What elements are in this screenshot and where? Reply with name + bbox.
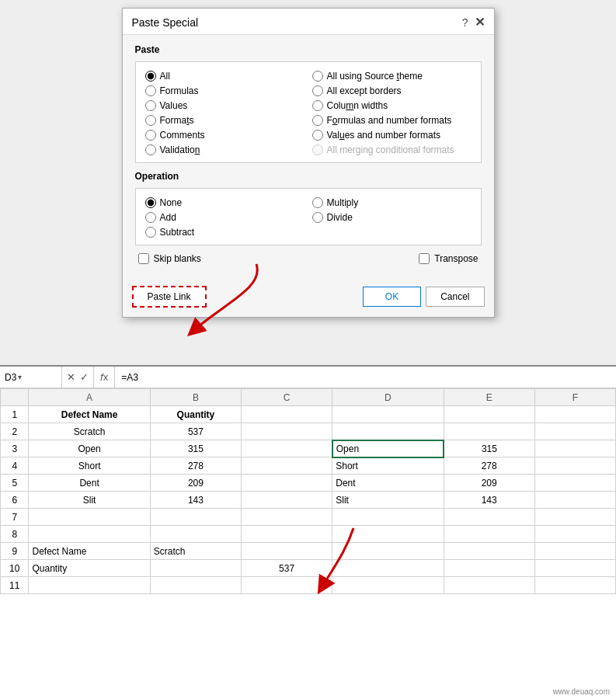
- cell-ref-dropdown-arrow[interactable]: ▾: [18, 373, 22, 381]
- cell-c3[interactable]: [242, 440, 332, 457]
- cell-d1[interactable]: [332, 406, 444, 423]
- transpose-checkbox[interactable]: [419, 253, 430, 264]
- cell-ref-box[interactable]: D3 ▾: [0, 367, 62, 388]
- cell-a9[interactable]: Defect Name: [29, 543, 150, 560]
- col-header-c[interactable]: C: [242, 389, 332, 406]
- cell-c7[interactable]: [242, 509, 332, 526]
- paste-option-all[interactable]: All: [145, 70, 305, 82]
- cell-d4[interactable]: Short: [332, 457, 444, 475]
- cell-d7[interactable]: [332, 509, 444, 526]
- cell-e1[interactable]: [444, 406, 534, 423]
- cell-f7[interactable]: [534, 509, 615, 526]
- cell-f9[interactable]: [534, 543, 615, 560]
- cell-f10[interactable]: [534, 560, 615, 577]
- cell-c8[interactable]: [242, 526, 332, 543]
- col-header-b[interactable]: B: [150, 389, 241, 406]
- paste-option-formulas-number-formats[interactable]: Formulas and number formats: [312, 114, 472, 127]
- cell-e2[interactable]: [444, 423, 534, 440]
- cell-e5[interactable]: 209: [444, 475, 534, 492]
- cell-c4[interactable]: [242, 457, 332, 475]
- col-header-d[interactable]: D: [332, 389, 444, 406]
- cell-e9[interactable]: [444, 543, 534, 560]
- cell-d3[interactable]: Open: [332, 440, 444, 457]
- paste-option-validation[interactable]: Validation: [145, 144, 305, 156]
- operation-option-multiply[interactable]: Multiply: [312, 196, 472, 209]
- cancel-formula-icon[interactable]: ✕: [67, 371, 75, 383]
- cell-a10[interactable]: Quantity: [29, 560, 150, 577]
- cell-c10[interactable]: 537: [242, 560, 332, 577]
- cancel-button[interactable]: Cancel: [426, 287, 484, 307]
- cell-c6[interactable]: [242, 492, 332, 509]
- cell-c5[interactable]: [242, 475, 332, 492]
- ok-button[interactable]: OK: [363, 287, 421, 307]
- cell-f2[interactable]: [534, 423, 615, 440]
- cell-d6[interactable]: Slit: [332, 492, 444, 509]
- cell-f11[interactable]: [534, 577, 615, 594]
- confirm-formula-icon[interactable]: ✓: [80, 371, 89, 383]
- cell-e4[interactable]: 278: [444, 457, 534, 475]
- cell-f4[interactable]: [534, 457, 615, 475]
- cell-b11[interactable]: [150, 577, 241, 594]
- cell-c1[interactable]: [242, 406, 332, 423]
- cell-c11[interactable]: [242, 577, 332, 594]
- paste-option-formulas[interactable]: Formulas: [145, 85, 305, 97]
- skip-blanks-checkbox[interactable]: [138, 253, 149, 264]
- cell-e6[interactable]: 143: [444, 492, 534, 509]
- col-header-f[interactable]: F: [534, 389, 615, 406]
- paste-option-formats[interactable]: Formats: [145, 114, 305, 127]
- cell-f5[interactable]: [534, 475, 615, 492]
- cell-d2[interactable]: [332, 423, 444, 440]
- cell-b2[interactable]: 537: [150, 423, 241, 440]
- col-header-a[interactable]: A: [29, 389, 150, 406]
- cell-b4[interactable]: 278: [150, 457, 241, 475]
- cell-f1[interactable]: [534, 406, 615, 423]
- cell-a8[interactable]: [29, 526, 150, 543]
- cell-e8[interactable]: [444, 526, 534, 543]
- cell-a1[interactable]: Defect Name: [29, 406, 150, 423]
- cell-d5[interactable]: Dent: [332, 475, 444, 492]
- cell-b5[interactable]: 209: [150, 475, 241, 492]
- transpose-item[interactable]: Transpose: [419, 253, 478, 264]
- paste-option-all-source-theme[interactable]: All using Source theme: [312, 70, 472, 82]
- operation-option-divide[interactable]: Divide: [312, 211, 472, 224]
- cell-e7[interactable]: [444, 509, 534, 526]
- cell-b3[interactable]: 315: [150, 440, 241, 457]
- cell-b7[interactable]: [150, 509, 241, 526]
- cell-a11[interactable]: [29, 577, 150, 594]
- operation-option-subtract[interactable]: Subtract: [145, 226, 305, 238]
- cell-c2[interactable]: [242, 423, 332, 440]
- paste-link-button[interactable]: Paste Link: [132, 286, 207, 308]
- paste-option-column-widths[interactable]: Column widths: [312, 99, 472, 112]
- cell-b8[interactable]: [150, 526, 241, 543]
- cell-b10[interactable]: [150, 560, 241, 577]
- cell-e11[interactable]: [444, 577, 534, 594]
- dialog-help-button[interactable]: ?: [462, 16, 468, 29]
- operation-option-add[interactable]: Add: [145, 211, 305, 224]
- paste-option-comments[interactable]: Comments: [145, 129, 305, 141]
- cell-b6[interactable]: 143: [150, 492, 241, 509]
- cell-e10[interactable]: [444, 560, 534, 577]
- cell-e3[interactable]: 315: [444, 440, 534, 457]
- cell-f6[interactable]: [534, 492, 615, 509]
- cell-d10[interactable]: [332, 560, 444, 577]
- paste-option-values[interactable]: Values: [145, 99, 305, 112]
- cell-a7[interactable]: [29, 509, 150, 526]
- cell-a2[interactable]: Scratch: [29, 423, 150, 440]
- col-header-e[interactable]: E: [444, 389, 534, 406]
- dialog-close-button[interactable]: ✕: [475, 15, 485, 30]
- cell-a5[interactable]: Dent: [29, 475, 150, 492]
- cell-f3[interactable]: [534, 440, 615, 457]
- cell-a6[interactable]: Slit: [29, 492, 150, 509]
- paste-option-all-except-borders[interactable]: All except borders: [312, 85, 472, 97]
- cell-c9[interactable]: [242, 543, 332, 560]
- cell-d11[interactable]: [332, 577, 444, 594]
- cell-d8[interactable]: [332, 526, 444, 543]
- cell-b1[interactable]: Quantity: [150, 406, 241, 423]
- cell-d9[interactable]: [332, 543, 444, 560]
- cell-a4[interactable]: Short: [29, 457, 150, 475]
- cell-b9[interactable]: Scratch: [150, 543, 241, 560]
- cell-f8[interactable]: [534, 526, 615, 543]
- skip-blanks-item[interactable]: Skip blanks: [138, 253, 201, 264]
- operation-option-none[interactable]: None: [145, 196, 305, 209]
- paste-option-values-number-formats[interactable]: Values and number formats: [312, 129, 472, 141]
